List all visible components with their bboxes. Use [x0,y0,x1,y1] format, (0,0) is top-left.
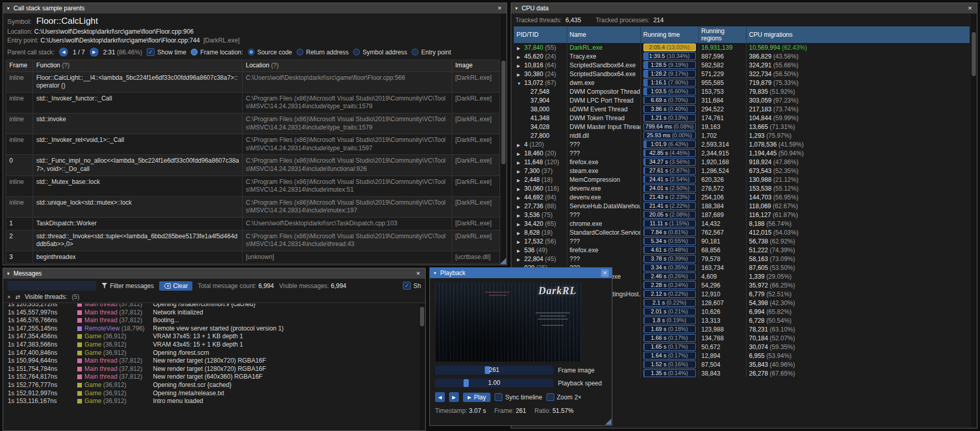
step-forward-button[interactable]: ▶ [449,392,459,402]
playback-titlebar[interactable]: ▼ Playback × [430,268,612,278]
cpu-row[interactable]: 38,000uDWM Event Thread3.86 s (0.40%)294… [514,105,970,113]
swap-threads-icon[interactable]: ⇄ [15,294,20,300]
collapse-icon[interactable]: ▼ [514,6,519,11]
expand-icon[interactable]: ▶ [517,73,524,77]
expand-icon[interactable]: ▶ [517,249,524,253]
zoom-2x-checkbox[interactable]: ✓ [547,393,554,401]
expand-icon[interactable]: ▶ [517,196,524,200]
radio-return-address[interactable] [297,49,303,55]
messages-scrollbar[interactable] [419,304,425,430]
cpu-row[interactable]: ▶30,060 (116)devenv.exe24.01 s (2.50%)27… [514,184,970,193]
column-header-name[interactable]: Name [567,26,640,43]
cpu-row[interactable]: ▶11,648 (120)firefox.exe34.27 s (3.56%)1… [514,157,970,166]
message-row[interactable]: 1s 146,576,766nsMain thread (37,812)Boot… [4,317,419,325]
expand-icon[interactable]: ▶ [517,169,524,174]
cpu-row[interactable]: 41,348DWM Token Thread1.21 s (0.13%)174,… [514,113,970,122]
resize-grip[interactable] [605,419,611,425]
show-time-checkbox[interactable]: ✓ [147,48,155,56]
expand-icon[interactable]: ▶ [517,257,524,262]
scrollbar-thumb[interactable] [501,61,506,164]
prev-parent-button[interactable]: ◀ [59,48,68,56]
radio-entry-point[interactable] [412,49,418,55]
messages-titlebar[interactable]: ▼ Messages × [3,268,425,279]
filter-input[interactable] [7,281,96,291]
callstack-row[interactable]: inlinestd::unique_lock<std::mutex>::lock… [6,196,500,217]
callstack-row[interactable]: inlinestd::_Mutex_base::lockC:\Program F… [6,176,500,196]
cpu-row[interactable]: ▶44,692 (84)devenv.exe21.43 s (2.23%)254… [514,193,970,202]
message-row[interactable]: 1s 151,754,784nsMain thread (37,812)New … [4,365,419,373]
sync-timeline-checkbox[interactable]: ✓ [495,393,502,401]
callstack-row[interactable]: 3beginthreadex[unknown][ucrtbase.dll] [6,251,500,264]
cpu-row[interactable]: ▼13,072 (67)dwm.exe1:16.1 (7.90%)955,585… [514,78,970,87]
collapse-icon[interactable]: ▼ [517,81,524,86]
collapse-icon[interactable]: ▼ [6,271,10,276]
close-icon[interactable]: × [601,269,609,277]
cpu-row[interactable]: ▶4 (120)???1:01.9 (6.43%)2,593,3141,078,… [514,140,970,149]
scrollbar-thumb[interactable] [420,307,424,326]
cpu-row[interactable]: ▶8,628 (18)StandardCollector.Service.e7.… [514,228,970,237]
radio-source-code[interactable] [248,49,255,55]
column-header-running-time[interactable]: Running time [640,26,698,43]
cpu-row[interactable]: ▶2,448 (18)MemCompression24.41 s (2.54%)… [514,175,970,184]
cpu-row[interactable]: 37,904DWM LPC Port Thread6.69 s (0.70%)3… [514,96,970,105]
speed-slider[interactable]: 1.00 [435,379,553,387]
cpu-row[interactable]: ▶37,840 (55)DarkRL.exe2:05.4 (13.03%)16,… [514,43,970,52]
cpu-scrollbar[interactable] [971,14,976,427]
cpu-row[interactable]: ▶10,816 (64)ScriptedSandbox64.exe1:28.5 … [514,61,970,69]
partial-checkbox[interactable]: ✓ [403,282,411,290]
message-row[interactable]: 1s 152,776,777nsGame (36,912)Opening /fo… [4,381,419,390]
frame-slider[interactable]: 261 [435,366,553,375]
close-icon[interactable]: × [414,270,422,278]
cpu-row[interactable]: ▶34,420 (65)chrome.exe11.11 s (1.15%)14,… [514,219,970,228]
cpu-row[interactable]: ▶18,460 (20)???42.85 s (4.45%)2,344,9151… [514,149,970,157]
close-icon[interactable]: × [966,5,974,12]
message-row[interactable]: 1s 147,383,566nsGame (36,912)VRAM 43x45:… [4,341,419,349]
message-row[interactable]: 1s 147,400,846nsGame (36,912)Opening /fo… [4,349,419,357]
message-row[interactable]: 1s 150,994,644nsMain thread (37,812)New … [4,357,419,365]
cpu-row[interactable]: ▶22,804 (45)???3.78 s (0.39%)79,57858,16… [514,254,970,263]
clear-button[interactable]: Clear [159,281,193,291]
message-row[interactable]: 1s 147,255,145nsRemoteView (18,796)Remot… [4,325,419,333]
cpu-row[interactable]: ▶27,736 (88)ServiceHub.DataWarehouse21.4… [514,202,970,210]
expand-icon[interactable]: ▶ [517,46,524,51]
resize-grip[interactable] [500,258,506,264]
cpu-row[interactable]: ▶17,532 (56)???5.34 s (0.55%)90,18156,73… [514,237,970,246]
play-button[interactable]: ▶ Play [463,393,491,402]
expand-icon[interactable]: ▶ [517,205,524,209]
expand-icon[interactable]: ▶ [517,64,524,68]
cpu-row[interactable]: ▶536 (49)firefox.exe4.61 s (0.48%)68,856… [514,246,970,254]
callstack-row[interactable]: inlinestd::_Invoker_ret<void,1>::_CallC:… [6,134,500,155]
expand-icon[interactable]: ▶ [517,222,524,227]
next-parent-button[interactable]: ▶ [90,48,99,56]
column-header-cpu-migrations[interactable]: CPU migrations [746,26,970,43]
expand-icon[interactable]: ▶ [517,213,524,218]
message-row[interactable]: 1s 153,116,167nsGame (36,912)Intro menu … [4,397,419,406]
callstack-row[interactable]: inlinestd::_Invoker_functor::_CallC:\Pro… [6,92,500,113]
collapse-icon[interactable]: ▼ [6,6,10,11]
callstack-row[interactable]: 2std::thread::_Invoke<std::tuple<<lambda… [6,230,500,251]
deselect-threads-icon[interactable]: × [7,294,10,300]
cpu-row[interactable]: ▶30,380 (24)ScriptedSandbox64.exe1:28.2 … [514,69,970,78]
close-icon[interactable]: × [496,5,503,12]
message-row[interactable]: 1s 120,355,272nsMain thread (37,812)Open… [4,304,419,309]
callstack-row[interactable]: 1TaskDispatch::WorkerC:\Users\wolf\Deskt… [6,217,500,230]
collapse-icon[interactable]: ▼ [433,271,437,276]
step-back-button[interactable]: ◀ [435,392,445,402]
cpu-titlebar[interactable]: ▼ CPU data × [511,3,977,13]
radio-symbol-address[interactable] [353,49,360,55]
column-header-pid-tid[interactable]: PID/TID [514,26,567,43]
cpu-row[interactable]: ▶7,300 (37)steam.exe27.61 s (2.87%)1,286… [514,166,970,175]
callstack-titlebar[interactable]: ▼ Call stack sample parents × [3,3,507,13]
expand-icon[interactable]: ▶ [517,152,524,156]
cpu-row[interactable]: 27,548DWM Compositor Thread1:03.5 (6.60%… [514,87,970,96]
scrollbar-thumb[interactable] [972,32,976,76]
expand-icon[interactable]: ▶ [517,178,524,183]
cpu-row[interactable]: 27,800ntdll.dll25.93 ms (0.00%)1,7021,29… [514,131,970,140]
expand-icon[interactable]: ▶ [517,240,524,245]
expand-icon[interactable]: ▶ [517,231,524,236]
column-header-running-regions[interactable]: Running regions [698,26,746,43]
callstack-row[interactable]: 0std::_Func_impl_no_alloc<<lambda_5bc224… [6,155,500,176]
callstack-scrollbar[interactable] [501,14,506,264]
callstack-row[interactable]: inlinestd::invokeC:\Program Files (x86)\… [6,113,500,134]
message-row[interactable]: 1s 147,354,456nsGame (36,912)VRAM 37x45:… [4,333,419,341]
